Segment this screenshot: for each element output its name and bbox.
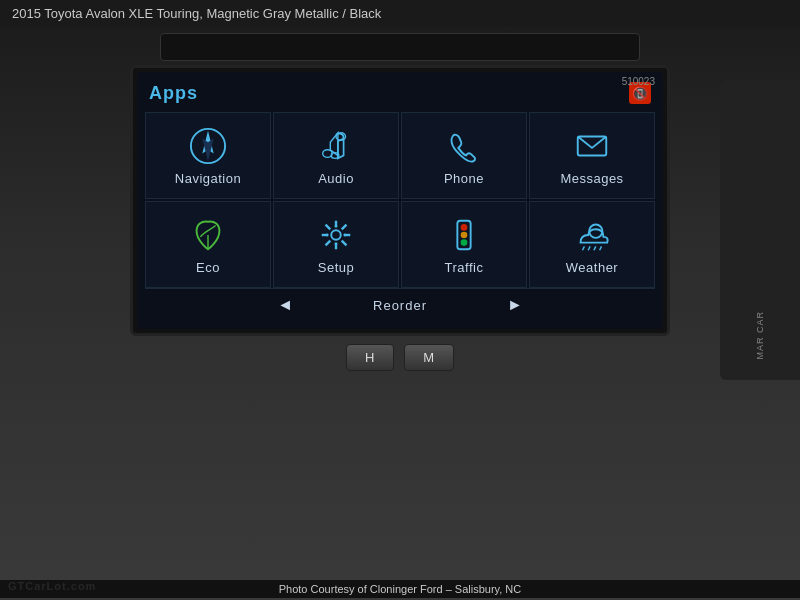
svg-line-23 [588, 246, 590, 250]
apps-grid: Navigation Audio [145, 112, 655, 288]
card-label: MAR CAR [755, 311, 765, 360]
apps-label: Apps [149, 83, 198, 104]
app-cell-setup[interactable]: Setup [273, 201, 399, 288]
reorder-bar: ◄ Reorder ► [145, 288, 655, 321]
svg-line-14 [342, 241, 347, 246]
svg-point-19 [461, 232, 468, 239]
screen: 510023 Apps 📵 Navigation [137, 72, 663, 329]
svg-line-16 [326, 241, 331, 246]
audio-icon [317, 127, 355, 165]
app-cell-phone[interactable]: Phone [401, 112, 527, 199]
hw-button-m[interactable]: M [404, 344, 454, 371]
apps-header: Apps 📵 [145, 82, 655, 104]
stock-number: 510023 [622, 76, 655, 87]
top-info-bar: 2015 Toyota Avalon XLE Touring, Magnetic… [0, 0, 800, 27]
messages-label: Messages [560, 171, 623, 186]
setup-icon [317, 216, 355, 254]
svg-line-24 [594, 246, 596, 250]
svg-line-22 [583, 246, 585, 250]
page-title: 2015 Toyota Avalon XLE Touring, Magnetic… [12, 6, 381, 21]
side-panel-right: MAR CAR [720, 80, 800, 380]
phone-icon [445, 127, 483, 165]
svg-point-8 [331, 230, 341, 240]
app-cell-eco[interactable]: Eco [145, 201, 271, 288]
photo-credit: Photo Courtesy of Cloninger Ford – Salis… [0, 580, 800, 598]
eco-label: Eco [196, 260, 220, 275]
svg-line-13 [326, 225, 331, 230]
hw-button-h[interactable]: H [346, 344, 394, 371]
traffic-icon [445, 216, 483, 254]
svg-line-25 [600, 246, 602, 250]
app-cell-audio[interactable]: Audio [273, 112, 399, 199]
messages-icon [573, 127, 611, 165]
svg-point-20 [461, 239, 468, 246]
media-slot [160, 33, 640, 61]
hw-buttons: H M [346, 344, 454, 371]
navigation-label: Navigation [175, 171, 241, 186]
app-cell-traffic[interactable]: Traffic [401, 201, 527, 288]
svg-point-18 [461, 224, 468, 231]
reorder-right-arrow[interactable]: ► [507, 296, 523, 314]
reorder-label: Reorder [373, 298, 427, 313]
navigation-icon [189, 127, 227, 165]
phone-label: Phone [444, 171, 484, 186]
app-cell-weather[interactable]: Weather [529, 201, 655, 288]
reorder-left-arrow[interactable]: ◄ [277, 296, 293, 314]
app-cell-messages[interactable]: Messages [529, 112, 655, 199]
eco-icon [189, 216, 227, 254]
traffic-label: Traffic [445, 260, 484, 275]
weather-label: Weather [566, 260, 618, 275]
car-frame: 2015 Toyota Avalon XLE Touring, Magnetic… [0, 0, 800, 600]
setup-label: Setup [318, 260, 354, 275]
app-cell-navigation[interactable]: Navigation [145, 112, 271, 199]
svg-line-15 [342, 225, 347, 230]
weather-icon [573, 216, 611, 254]
screen-outer: 510023 Apps 📵 Navigation [130, 65, 670, 336]
audio-label: Audio [318, 171, 354, 186]
